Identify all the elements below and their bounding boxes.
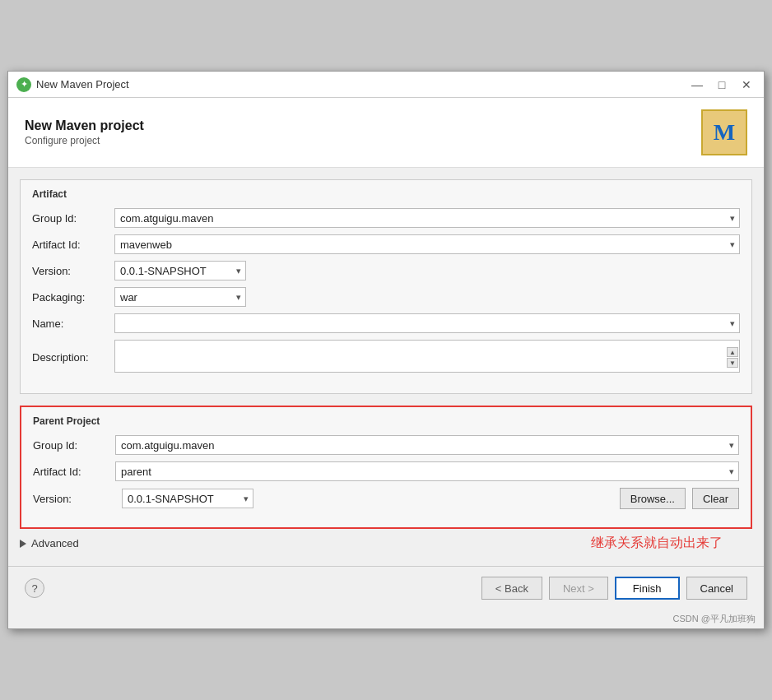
title-bar: ✦ New Maven Project — □ ✕ [8,72,764,98]
version-select-wrapper[interactable]: 0.0.1-SNAPSHOT [114,261,246,280]
dialog-body: Artifact Group Id: com.atguigu.maven Art… [8,179,764,558]
parent-section-title: Parent Project [33,415,739,427]
clear-button[interactable]: Clear [692,488,739,509]
dialog-footer: ? < Back Next > Finish Cancel [8,566,764,610]
parent-version-select-wrapper[interactable]: 0.0.1-SNAPSHOT [122,489,253,508]
parent-artifact-id-row: Artifact Id: parent [33,461,739,481]
parent-version-label: Version: [33,493,115,505]
name-select-wrapper[interactable] [114,313,740,333]
parent-group-id-row: Group Id: com.atguigu.maven [33,435,739,455]
header-icon: M [701,109,747,155]
description-arrows: ▲ ▼ [727,340,738,375]
description-wrapper: ▲ ▼ [114,340,740,375]
group-id-select-wrapper[interactable]: com.atguigu.maven [114,208,740,228]
advanced-label[interactable]: Advanced [31,537,79,549]
name-select[interactable] [114,313,740,333]
dialog-header: New Maven project Configure project M [8,98,764,168]
description-input[interactable] [114,340,740,373]
advanced-row: Advanced [8,529,91,558]
version-label: Version: [32,265,114,277]
dialog-title: New Maven project [25,118,144,133]
title-bar-left: ✦ New Maven Project [16,77,129,92]
parent-project-section: Parent Project Group Id: com.atguigu.mav… [20,406,752,529]
back-button[interactable]: < Back [481,577,542,600]
packaging-label: Packaging: [32,291,114,304]
artifact-id-row: Artifact Id: mavenweb [32,234,740,254]
version-select[interactable]: 0.0.1-SNAPSHOT [114,261,246,280]
minimize-button[interactable]: — [688,76,706,94]
window-controls: — □ ✕ [688,76,756,94]
parent-artifact-id-label: Artifact Id: [33,466,115,478]
cancel-button[interactable]: Cancel [686,577,747,600]
help-button[interactable]: ? [25,578,44,598]
parent-artifact-id-select[interactable]: parent [115,461,739,481]
artifact-id-select[interactable]: mavenweb [114,234,740,254]
description-row: Description: ▲ ▼ [32,340,740,375]
name-label: Name: [32,318,114,330]
group-id-label: Group Id: [32,212,114,225]
group-id-select[interactable]: com.atguigu.maven [114,208,740,228]
packaging-select[interactable]: war [114,287,246,307]
parent-group-id-select[interactable]: com.atguigu.maven [115,435,739,455]
annotation-text: 继承关系就自动出来了 [591,535,739,552]
description-down-arrow[interactable]: ▼ [727,358,738,368]
parent-artifact-id-select-wrapper[interactable]: parent [115,461,739,481]
window-title: New Maven Project [36,78,129,90]
name-row: Name: [32,313,740,333]
finish-button[interactable]: Finish [615,577,680,600]
parent-group-id-select-wrapper[interactable]: com.atguigu.maven [115,435,739,455]
description-label: Description: [32,351,114,364]
header-text: New Maven project Configure project [25,118,144,146]
packaging-select-wrapper[interactable]: war [114,287,246,307]
group-id-row: Group Id: com.atguigu.maven [32,208,740,228]
artifact-id-select-wrapper[interactable]: mavenweb [114,234,740,254]
description-up-arrow[interactable]: ▲ [727,347,738,357]
next-button[interactable]: Next > [549,577,608,600]
advanced-triangle-icon[interactable] [20,540,26,548]
artifact-id-label: Artifact Id: [32,239,114,251]
artifact-section: Artifact Group Id: com.atguigu.maven Art… [20,179,752,394]
artifact-section-title: Artifact [32,188,740,200]
maximize-button[interactable]: □ [713,76,731,94]
version-row: Version: 0.0.1-SNAPSHOT [32,261,740,280]
close-button[interactable]: ✕ [737,76,756,94]
parent-version-row: Version: 0.0.1-SNAPSHOT Browse... Clear [33,488,739,509]
advanced-annotation-row: Advanced 继承关系就自动出来了 [8,529,764,558]
parent-group-id-label: Group Id: [33,439,115,452]
dialog: ✦ New Maven Project — □ ✕ New Maven proj… [7,71,765,629]
dialog-subtitle: Configure project [25,135,144,146]
packaging-row: Packaging: war [32,287,740,307]
watermark-text: CSDN @平凡加班狗 [673,614,756,624]
watermark: CSDN @平凡加班狗 [8,610,764,628]
browse-button[interactable]: Browse... [620,488,686,509]
parent-version-select[interactable]: 0.0.1-SNAPSHOT [122,489,253,508]
maven-icon: ✦ [16,77,31,92]
